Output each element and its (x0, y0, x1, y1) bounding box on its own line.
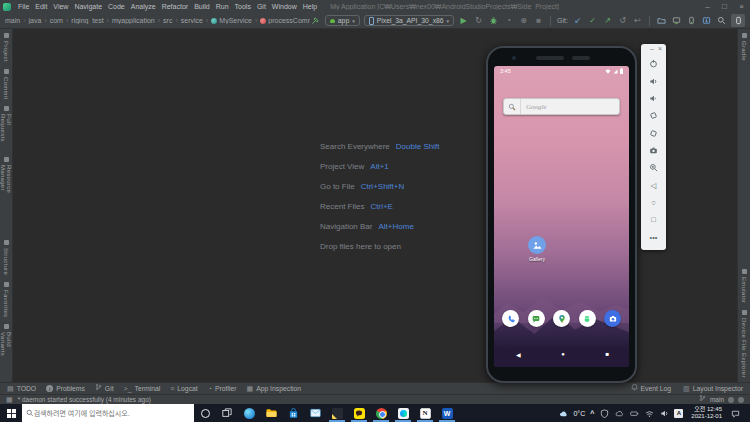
git-history-icon[interactable]: ↺ (617, 14, 628, 28)
task-view-button[interactable] (216, 404, 238, 422)
search-everywhere-icon[interactable] (716, 15, 727, 27)
weather-temperature[interactable]: 0°C (573, 410, 585, 417)
emulator-minimize-button[interactable]: – (650, 45, 654, 52)
toolwindow-project[interactable]: Project (3, 33, 9, 62)
menu-window[interactable]: Window (269, 3, 300, 10)
indicator-icon[interactable] (728, 397, 734, 403)
indicator-icon[interactable] (738, 397, 744, 403)
taskbar-clock[interactable]: 오전 12:45 2021-12-01 (688, 406, 725, 420)
git-branch-name[interactable]: main (710, 396, 724, 403)
taskbar-search-box[interactable] (22, 404, 194, 422)
volume-up-button[interactable] (647, 75, 660, 88)
breadcrumb-item[interactable]: myapplication (104, 17, 155, 24)
battery-icon[interactable] (629, 407, 639, 419)
hidden-icons-chevron[interactable]: ^ (590, 410, 594, 417)
sdk-manager-icon[interactable] (701, 15, 712, 27)
breadcrumb-item[interactable]: com (41, 17, 63, 24)
phone-screen[interactable]: 3:45 Google Gallery (494, 66, 629, 367)
breadcrumb-method[interactable]: processCommand(intent: Intent) (252, 17, 310, 24)
menu-analyze[interactable]: Analyze (128, 3, 159, 10)
weather-cloud-icon[interactable] (558, 407, 568, 419)
android-robot-app-icon[interactable] (579, 310, 596, 327)
stop-button[interactable]: ■ (533, 14, 544, 28)
avd-manager-icon[interactable] (686, 15, 697, 27)
maximize-button[interactable]: □ (716, 0, 733, 13)
menu-build[interactable]: Build (191, 3, 213, 10)
git-rollback-icon[interactable]: ↩ (632, 14, 643, 28)
breadcrumb-class[interactable]: MyService (203, 17, 252, 24)
back-button[interactable]: ◁ (647, 179, 660, 192)
volume-down-button[interactable] (647, 92, 660, 105)
camera-app-icon[interactable] (604, 310, 621, 327)
rotate-left-button[interactable] (647, 109, 660, 122)
toolwindow-profiler[interactable]: ◔Profiler (208, 384, 237, 394)
security-shield-icon[interactable] (599, 407, 609, 419)
menu-view[interactable]: View (50, 3, 71, 10)
toolwindow-todo[interactable]: ▤TODO (7, 384, 36, 394)
action-center-icon[interactable] (730, 407, 740, 419)
taskbar-mail[interactable] (304, 404, 326, 422)
menu-help[interactable]: Help (300, 3, 320, 10)
taskbar-android-studio[interactable] (392, 404, 414, 422)
breadcrumb-item[interactable]: service (172, 17, 203, 24)
run-config-dropdown[interactable]: app ▾ (325, 15, 360, 26)
volume-icon[interactable] (659, 407, 669, 419)
device-manager-toggle[interactable] (731, 14, 745, 27)
layout-inspector-button[interactable]: ▥Layout Inspector (683, 383, 743, 394)
taskbar-notion[interactable]: N (414, 404, 436, 422)
toolwindow-pull-requests[interactable]: Pull Requests (0, 106, 12, 150)
taskbar-word[interactable]: W (436, 404, 458, 422)
toolwindow-logcat[interactable]: ≡Logcat (170, 384, 198, 394)
messages-app-icon[interactable] (528, 310, 545, 327)
device-file-explorer-icon[interactable] (656, 15, 667, 27)
toolwindow-app-inspection[interactable]: ▦App Inspection (247, 384, 302, 394)
git-update-icon[interactable]: ↙ (572, 14, 583, 28)
nav-back-button[interactable]: ◀ (516, 351, 521, 358)
menu-refactor[interactable]: Refactor (159, 3, 191, 10)
start-button[interactable] (0, 404, 22, 422)
breadcrumb-item[interactable]: java (20, 17, 41, 24)
cortana-button[interactable] (194, 404, 216, 422)
attach-debugger-icon[interactable]: ⊕ (518, 14, 529, 28)
run-button[interactable]: ▶ (458, 14, 469, 28)
toolwindow-switcher-icon[interactable]: ▦ (6, 395, 13, 405)
taskbar-notes-app[interactable] (326, 404, 348, 422)
taskbar-edge[interactable] (238, 404, 260, 422)
power-button[interactable] (647, 57, 660, 70)
apply-changes-icon[interactable]: ↻ (473, 14, 484, 28)
onedrive-icon[interactable] (614, 407, 624, 419)
menu-run[interactable]: Run (213, 3, 232, 10)
status-message[interactable]: * daemon started successfully (4 minutes… (18, 396, 151, 403)
debug-bug-icon[interactable] (488, 15, 499, 27)
breadcrumb-item[interactable]: riging_test (63, 17, 104, 24)
build-hammer-icon[interactable] (310, 15, 321, 27)
menu-git[interactable]: Git (254, 3, 269, 10)
toolwindow-problems[interactable]: iProblems (46, 385, 85, 392)
gallery-app-shortcut[interactable]: Gallery (522, 236, 552, 262)
home-button[interactable]: ○ (647, 196, 660, 209)
device-dropdown[interactable]: Pixel_3a_API_30_x86 ▾ (364, 15, 454, 26)
taskbar-file-explorer[interactable] (260, 404, 282, 422)
emulator-close-button[interactable]: × (658, 45, 662, 52)
rotate-right-button[interactable] (647, 127, 660, 140)
taskbar-kakaotalk[interactable] (348, 404, 370, 422)
more-options-button[interactable]: ••• (647, 231, 660, 244)
zoom-button[interactable] (647, 161, 660, 174)
search-input[interactable] (34, 410, 190, 417)
ime-language-indicator[interactable]: A (674, 409, 683, 418)
google-search-widget[interactable]: Google (503, 98, 620, 115)
git-commit-icon[interactable]: ✓ (587, 14, 598, 28)
nav-overview-button[interactable]: ■ (605, 351, 609, 358)
taskbar-chrome[interactable] (370, 404, 392, 422)
menu-tools[interactable]: Tools (232, 3, 254, 10)
toolwindow-commit[interactable]: Commit (3, 69, 9, 99)
overview-button[interactable]: □ (647, 213, 660, 226)
maps-app-icon[interactable] (553, 310, 570, 327)
close-button[interactable]: × (733, 0, 750, 13)
profiler-icon[interactable]: ◔ (503, 14, 514, 28)
toolwindow-favorites[interactable]: Favorites (3, 282, 9, 317)
breadcrumb-item[interactable]: main (5, 17, 20, 24)
menu-code[interactable]: Code (105, 3, 128, 10)
emulator-tool-icon[interactable] (671, 15, 682, 27)
nav-home-button[interactable]: ● (561, 351, 565, 358)
